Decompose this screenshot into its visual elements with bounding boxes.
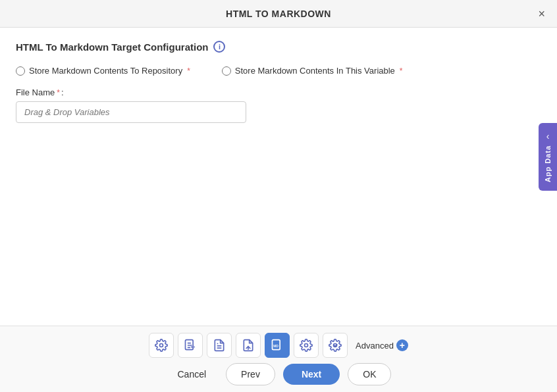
file-name-label-row: File Name * :	[16, 87, 541, 97]
section-title-text: HTML To Markdown Target Configuration	[16, 41, 208, 53]
app-data-tab[interactable]: ‹ App Data	[539, 123, 557, 190]
file-name-group: File Name * :	[16, 87, 541, 123]
close-button[interactable]: ×	[534, 7, 549, 21]
file-name-colon: :	[61, 87, 64, 97]
modal-container: HTML TO MARKDOWN × HTML To Markdown Targ…	[0, 0, 557, 392]
app-data-tab-wrapper: ‹ App Data	[539, 54, 557, 260]
file-name-input[interactable]	[16, 101, 246, 123]
main-content: HTML To Markdown Target Configuration i …	[0, 28, 557, 326]
toolbar-icon-file-doc[interactable]	[207, 333, 232, 358]
section-title-row: HTML To Markdown Target Configuration i	[16, 41, 541, 53]
file-name-label: File Name	[16, 87, 55, 97]
toolbar-icon-md1[interactable]: MD	[178, 333, 203, 358]
radio-var-required: *	[400, 66, 403, 76]
title-bar: HTML TO MARKDOWN ×	[0, 0, 557, 28]
toolbar-icon-file-arrow[interactable]	[236, 333, 261, 358]
advanced-button[interactable]: Advanced +	[356, 339, 408, 351]
toolbar-icon-gear1[interactable]	[149, 333, 174, 358]
next-button[interactable]: Next	[283, 364, 340, 385]
advanced-plus-icon: +	[396, 339, 408, 351]
radio-var-label: Store Markdown Contents In This Variable	[235, 66, 395, 76]
radio-var-input[interactable]	[222, 66, 231, 76]
prev-button[interactable]: Prev	[226, 363, 275, 385]
radio-repo-input[interactable]	[16, 66, 25, 76]
advanced-label: Advanced	[356, 341, 394, 351]
app-data-arrow-icon: ‹	[546, 131, 550, 141]
radio-options-row: Store Markdown Contents To Repository * …	[16, 66, 541, 76]
modal-title: HTML TO MARKDOWN	[226, 9, 331, 19]
bottom-toolbar: MD	[0, 326, 557, 392]
ok-button[interactable]: OK	[348, 363, 391, 385]
toolbar-icon-gear2[interactable]	[294, 333, 319, 358]
svg-point-0	[160, 344, 163, 347]
toolbar-icon-md-active[interactable]: MD	[265, 333, 290, 358]
radio-repo-label: Store Markdown Contents To Repository	[29, 66, 182, 76]
app-data-label: App Data	[544, 145, 552, 182]
info-icon[interactable]: i	[213, 41, 225, 53]
toolbar-icons-row: MD	[11, 333, 546, 358]
svg-text:MD: MD	[273, 344, 278, 348]
toolbar-icon-gear3[interactable]	[323, 333, 348, 358]
radio-option-repo[interactable]: Store Markdown Contents To Repository *	[16, 66, 190, 76]
radio-repo-required: *	[187, 66, 190, 76]
svg-text:MD: MD	[191, 345, 195, 349]
radio-option-var[interactable]: Store Markdown Contents In This Variable…	[222, 66, 403, 76]
svg-point-8	[305, 344, 308, 347]
file-name-required: *	[57, 88, 60, 97]
action-buttons-row: Cancel Prev Next OK	[11, 363, 546, 385]
cancel-button[interactable]: Cancel	[166, 364, 219, 385]
